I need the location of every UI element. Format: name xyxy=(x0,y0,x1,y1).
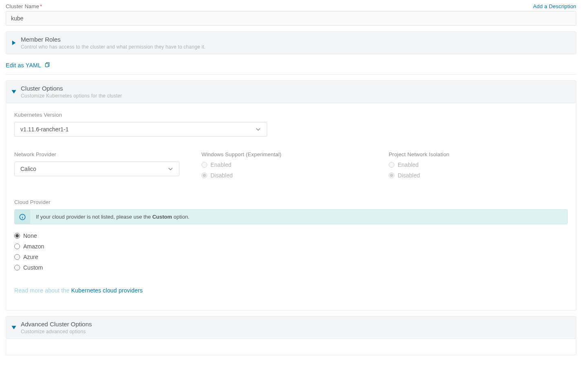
cloud-provider-azure-row[interactable]: Azure xyxy=(14,254,568,260)
required-asterisk: * xyxy=(40,3,42,9)
cluster-options-header[interactable]: Cluster Options Customize Kubernetes opt… xyxy=(6,80,576,103)
project-isolation-disabled-label: Disabled xyxy=(398,172,420,179)
cloud-provider-info-banner: If your cloud provider is not listed, pl… xyxy=(14,209,568,224)
chevron-down-icon xyxy=(168,166,173,172)
advanced-options-header[interactable]: Advanced Cluster Options Customize advan… xyxy=(6,316,576,339)
k8s-version-label: Kubernetes Version xyxy=(14,112,568,118)
k8s-cloud-providers-link[interactable]: Kubernetes cloud providers xyxy=(71,287,143,294)
network-provider-value: Calico xyxy=(20,166,36,172)
banner-prefix: If your cloud provider is not listed, pl… xyxy=(36,214,152,220)
cloud-provider-none-row[interactable]: None xyxy=(14,233,568,239)
windows-support-disabled-row: Disabled xyxy=(201,172,381,179)
cluster-options-subtitle: Customize Kubernetes options for the clu… xyxy=(21,93,122,99)
cluster-options-title: Cluster Options xyxy=(21,85,122,92)
clipboard-icon[interactable] xyxy=(44,62,50,69)
cluster-name-input[interactable] xyxy=(6,11,576,26)
windows-support-label: Windows Support (Experimental) xyxy=(201,151,381,157)
project-isolation-disabled-row: Disabled xyxy=(389,172,568,179)
project-isolation-enabled-label: Enabled xyxy=(398,162,418,168)
windows-support-disabled-label: Disabled xyxy=(210,172,232,179)
chevron-down-icon xyxy=(255,126,261,132)
edit-as-yaml-link[interactable]: Edit as YAML xyxy=(6,62,41,69)
cluster-name-label: Cluster Name xyxy=(6,3,39,9)
cloud-provider-amazon-radio[interactable] xyxy=(14,244,20,249)
read-more-row: Read more about the Kubernetes cloud pro… xyxy=(14,287,568,294)
network-provider-select[interactable]: Calico xyxy=(14,162,179,176)
svg-marker-3 xyxy=(11,90,16,93)
member-roles-subtitle: Control who has access to the cluster an… xyxy=(21,44,206,50)
windows-support-disabled-radio xyxy=(201,173,207,178)
cloud-provider-custom-radio[interactable] xyxy=(14,265,20,270)
project-isolation-enabled-radio xyxy=(389,162,394,168)
info-icon xyxy=(15,210,30,224)
network-provider-label: Network Provider xyxy=(14,151,193,157)
member-roles-title: Member Roles xyxy=(21,36,206,43)
advanced-options-body xyxy=(6,339,576,355)
cloud-provider-amazon-row[interactable]: Amazon xyxy=(14,243,568,250)
banner-suffix: option. xyxy=(172,214,190,220)
k8s-version-value: v1.11.6-rancher1-1 xyxy=(20,126,69,133)
cloud-provider-azure-label: Azure xyxy=(23,254,38,260)
read-more-prefix: Read more about the xyxy=(14,287,71,294)
cluster-options-body: Kubernetes Version v1.11.6-rancher1-1 Ne… xyxy=(6,102,576,310)
project-isolation-label: Project Network Isolation xyxy=(389,151,568,157)
cloud-provider-azure-radio[interactable] xyxy=(14,254,20,260)
cloud-provider-custom-row[interactable]: Custom xyxy=(14,264,568,271)
chevron-down-icon xyxy=(11,325,17,330)
advanced-options-subtitle: Customize advanced options xyxy=(21,329,92,334)
windows-support-enabled-row: Enabled xyxy=(201,162,381,168)
project-isolation-enabled-row: Enabled xyxy=(389,162,568,168)
svg-marker-7 xyxy=(11,326,16,329)
advanced-options-title: Advanced Cluster Options xyxy=(21,321,92,328)
k8s-version-select[interactable]: v1.11.6-rancher1-1 xyxy=(14,122,267,137)
cloud-provider-label: Cloud Provider xyxy=(14,199,568,205)
member-roles-header[interactable]: Member Roles Control who has access to t… xyxy=(6,31,576,54)
chevron-right-icon xyxy=(11,40,17,46)
windows-support-enabled-label: Enabled xyxy=(210,162,231,168)
cloud-provider-none-label: None xyxy=(23,233,37,239)
banner-bold: Custom xyxy=(152,214,172,220)
svg-rect-2 xyxy=(45,64,48,67)
project-isolation-disabled-radio xyxy=(389,173,394,178)
cloud-provider-none-radio[interactable] xyxy=(14,233,20,239)
svg-marker-0 xyxy=(12,40,15,45)
cloud-provider-amazon-label: Amazon xyxy=(23,243,44,250)
windows-support-enabled-radio xyxy=(201,162,207,168)
cloud-provider-custom-label: Custom xyxy=(23,264,43,271)
add-description-link[interactable]: Add a Description xyxy=(533,3,576,9)
chevron-down-icon xyxy=(11,89,17,95)
